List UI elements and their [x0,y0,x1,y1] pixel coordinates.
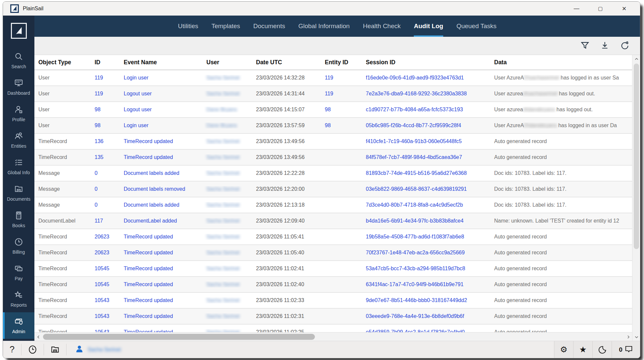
cell-session-id-link[interactable]: f410cfe1-7c19-460a-91b3-060e05448fc5 [362,138,490,144]
cell-id-link[interactable]: 119 [91,75,120,81]
cell-id-link[interactable]: 117 [91,218,120,224]
cell-event-name-link[interactable]: Document labels removed [120,186,202,192]
file-drawer-icon[interactable] [44,341,66,358]
table-row[interactable]: TimeRecord10543TimeRecord updatedSacha S… [34,309,632,325]
cell-id-link[interactable]: 0 [91,186,120,192]
current-user[interactable]: Sacha Serinet [66,341,121,358]
cell-event-name-link[interactable]: DocumentLabel added [120,218,202,224]
cell-entity-id-link[interactable]: 98 [321,123,362,129]
column-header-date-utc[interactable]: Date UTC [252,59,321,66]
cell-session-id-link[interactable]: 19b58a5e-4508-477b-ad6d-f1083f7ab6e8 [362,234,490,240]
cell-session-id-link[interactable]: 7e2a3e76-dba9-4168-9292-36c2380a3838 [362,91,490,97]
minimize-button[interactable]: — [565,2,588,16]
favorites-star-icon[interactable]: ★ [573,341,592,358]
cell-session-id-link[interactable]: 7d3ce4d0-80b7-4718-8fa8-ca4c9d5ecf2b [362,202,490,208]
scroll-left-icon[interactable] [34,333,42,341]
sidebar-item-profile[interactable]: Profile [3,100,34,127]
tab-health-check[interactable]: Health Check [363,16,401,37]
table-row[interactable]: TimeRecord10543TimeRecord updatedSacha S… [34,293,632,309]
cell-event-name-link[interactable]: TimeRecord updated [120,329,202,332]
column-header-id[interactable]: ID [91,59,120,66]
cell-session-id-link[interactable]: 81893cb7-74de-4915-b516-95a6d27e6368 [362,170,490,176]
table-row[interactable]: User98Login userDane Bryans23/03/2026 13… [34,118,632,134]
sidebar-item-dashboard[interactable]: Dashboard [3,74,34,100]
table-row[interactable]: TimeRecord10543TimeRecord updatedSacha S… [34,325,632,332]
cell-event-name-link[interactable]: TimeRecord updated [120,313,202,319]
cell-event-name-link[interactable]: Document labels added [120,202,202,208]
table-row[interactable]: TimeRecord10545TimeRecord updatedSacha S… [34,277,632,293]
column-header-session-id[interactable]: Session ID [362,59,490,66]
download-button[interactable] [600,41,610,51]
table-row[interactable]: DocumentLabel117DocumentLabel addedSacha… [34,213,632,229]
history-clock-icon[interactable] [21,341,44,358]
cell-entity-id-link[interactable]: 119 [321,91,362,97]
sidebar-item-entities[interactable]: Entities [3,127,34,153]
cell-session-id-link[interactable]: e54d3859-7b09-4cc2-8e1d-f7826c7e4bd0 [362,329,490,332]
tab-utilities[interactable]: Utilities [178,16,198,37]
cell-event-name-link[interactable]: TimeRecord updated [120,250,202,256]
cell-id-link[interactable]: 98 [91,123,120,129]
sidebar-item-global-info[interactable]: Global Info [3,153,34,180]
table-row[interactable]: Message0Document labels removedSacha Ser… [34,181,632,197]
settings-gear-icon[interactable]: ⚙ [554,341,573,358]
column-header-event-name[interactable]: Event Name [120,59,202,66]
cell-id-link[interactable]: 10543 [91,313,120,319]
cell-id-link[interactable]: 20623 [91,234,120,240]
cell-session-id-link[interactable]: 03e5b822-9869-4658-8637-c4d639819291 [362,186,490,192]
table-row[interactable]: Message0Document labels addedSacha Serin… [34,166,632,181]
cell-entity-id-link[interactable]: 119 [321,75,362,81]
maximize-button[interactable]: ▢ [588,2,612,16]
cell-id-link[interactable]: 20623 [91,250,120,256]
cell-session-id-link[interactable]: b4da16e5-6b91-4e34-97fc-b3b83b8afce4 [362,218,490,224]
cell-event-name-link[interactable]: TimeRecord updated [120,266,202,272]
cell-event-name-link[interactable]: TimeRecord updated [120,234,202,240]
tab-templates[interactable]: Templates [211,16,240,37]
cell-session-id-link[interactable]: 03eeede9-768e-4a4e-913e-6b8def0d9b6f [362,313,490,319]
cell-event-name-link[interactable]: Login user [120,75,202,81]
cell-id-link[interactable]: 119 [91,91,120,97]
sidebar-item-reports[interactable]: Reports [3,286,34,312]
table-row[interactable]: TimeRecord136TimeRecord updatedSacha Ser… [34,134,632,150]
cell-id-link[interactable]: 0 [91,202,120,208]
cell-session-id-link[interactable]: 70f23767-1e48-47eb-ac2a-656cc9a25669 [362,250,490,256]
cell-event-name-link[interactable]: Document labels added [120,170,202,176]
sidebar-item-admin[interactable]: Admin [3,312,34,339]
tab-documents[interactable]: Documents [253,16,285,37]
cell-event-name-link[interactable]: Logout user [120,91,202,97]
cell-session-id-link[interactable]: c1d90727-b77b-4084-a65a-fcfc5373c193 [362,107,490,113]
vertical-scrollbar[interactable] [632,55,640,341]
tab-audit-log[interactable]: Audit Log [414,16,443,37]
tab-queued-tasks[interactable]: Queued Tasks [456,16,496,37]
cell-id-link[interactable]: 10545 [91,282,120,287]
cell-event-name-link[interactable]: TimeRecord updated [120,154,202,160]
cell-session-id-link[interactable]: 53a47cb5-bcc7-43cb-a294-985b119d7bc8 [362,266,490,272]
scroll-down-icon[interactable] [632,333,640,341]
horizontal-scrollbar-thumb[interactable] [43,334,315,340]
cell-event-name-link[interactable]: TimeRecord updated [120,138,202,144]
table-row[interactable]: User119Logout userSacha Serinet23/03/202… [34,86,632,102]
cell-session-id-link[interactable]: f16ede0e-09c6-41d9-aed9-f9323e4763d1 [362,75,490,81]
cell-session-id-link[interactable]: 6341f4ac-17a7-47c0-94f9-b46b61b9e791 [362,282,490,287]
table-row[interactable]: User119Login userSacha Serinet23/03/2026… [34,70,632,86]
cell-event-name-link[interactable]: TimeRecord updated [120,297,202,303]
cell-id-link[interactable]: 136 [91,138,120,144]
table-row[interactable]: TimeRecord10545TimeRecord updatedSacha S… [34,261,632,277]
sidebar-item-documents[interactable]: Documents [3,180,34,206]
cell-session-id-link[interactable]: 05b6c985-f26b-4ccd-8b77-2cf9599c28f4 [362,123,490,129]
cell-session-id-link[interactable]: 84f578ef-7cb7-489f-984d-4bd5caea36e7 [362,154,490,160]
filter-button[interactable] [580,41,590,51]
cell-session-id-link[interactable]: 9de07e67-8b51-446b-bbb0-318167449dd2 [362,297,490,303]
sidebar-item-pay[interactable]: Pay [3,259,34,286]
refresh-button[interactable] [620,41,629,51]
cell-id-link[interactable]: 10543 [91,329,120,332]
column-header-data[interactable]: Data [490,59,632,66]
cell-id-link[interactable]: 98 [91,107,120,113]
close-button[interactable]: ✕ [612,2,636,16]
scroll-right-icon[interactable] [624,333,632,341]
cell-entity-id-link[interactable]: 98 [321,107,362,113]
cell-event-name-link[interactable]: TimeRecord updated [120,282,202,287]
dark-mode-moon-icon[interactable] [592,341,612,358]
table-row[interactable]: User98Logout userDane Bryans23/03/2026 1… [34,102,632,118]
vertical-scrollbar-thumb[interactable] [634,64,639,249]
table-row[interactable]: TimeRecord20623TimeRecord updatedSacha S… [34,229,632,245]
